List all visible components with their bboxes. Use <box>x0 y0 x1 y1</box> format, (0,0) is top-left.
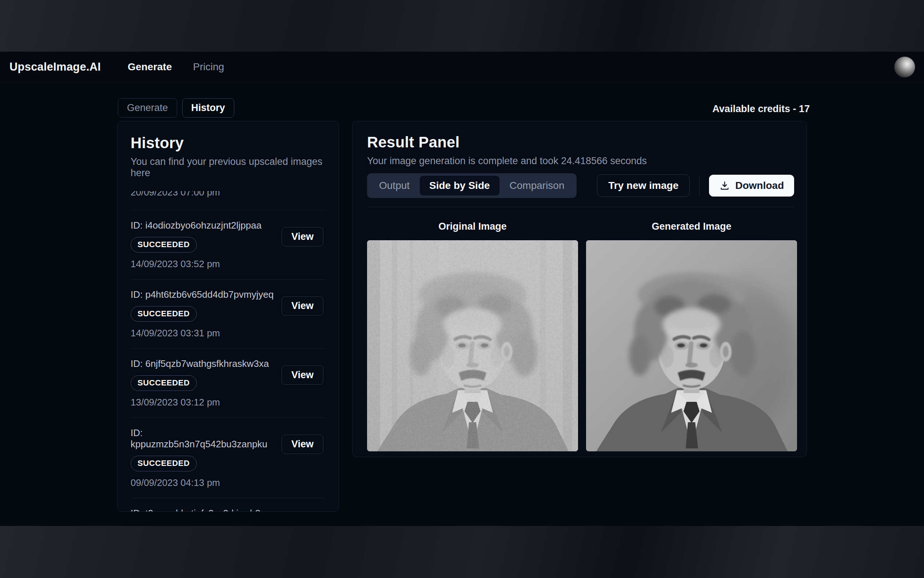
top-navbar: UpscaleImage.AI Generate Pricing <box>0 52 924 82</box>
view-tab-output[interactable]: Output <box>370 176 419 195</box>
user-avatar[interactable] <box>894 57 915 78</box>
tab-history[interactable]: History <box>182 98 234 118</box>
backdrop-gradient-top <box>0 0 924 52</box>
history-item: ID: t2meycbbztigfz2zx2rkjywb3e SUCCEEDED… <box>131 508 325 512</box>
history-item-id: ID: t2meycbbztigfz2zx2rkjywb3e <box>131 508 282 512</box>
history-item-clipped: 20/09/2023 07:00 pm <box>131 191 325 201</box>
backdrop-gradient-bottom <box>0 526 924 578</box>
status-badge: SUCCEEDED <box>131 375 197 391</box>
view-button[interactable]: View <box>282 365 324 385</box>
history-item: ID: kppuzmzb5n3n7q542bu3zanpku SUCCEEDED… <box>131 427 325 489</box>
main-content: Generate History Available credits - 17 … <box>0 82 924 526</box>
original-figure: Original Image <box>367 221 578 451</box>
list-divider <box>131 417 325 418</box>
result-panel-title: Result Panel <box>367 133 794 151</box>
nav-link-pricing[interactable]: Pricing <box>193 61 225 73</box>
side-by-side-view: Original Image Generated Image <box>367 221 794 451</box>
controls-divider <box>367 207 794 207</box>
generated-image-label: Generated Image <box>586 221 797 232</box>
history-item-date: 13/09/2023 03:12 pm <box>131 397 282 408</box>
nav-links: Generate Pricing <box>128 61 224 73</box>
view-button[interactable]: View <box>282 227 324 247</box>
actions-divider <box>699 175 699 196</box>
history-list[interactable]: 20/09/2023 07:00 pm ID: i4odiozbyo6ohzuz… <box>131 191 325 512</box>
history-item-date: 09/09/2023 04:13 pm <box>131 477 282 489</box>
download-label: Download <box>735 180 784 192</box>
history-item: ID: i4odiozbyo6ohzuzjnt2ljppaa SUCCEEDED… <box>131 220 325 270</box>
history-subtitle: You can find your previous upscaled imag… <box>131 156 325 179</box>
history-item-id: ID: i4odiozbyo6ohzuzjnt2ljppaa <box>131 220 282 231</box>
view-button[interactable]: View <box>282 296 324 316</box>
history-item-id: ID: kppuzmzb5n3n7q542bu3zanpku <box>131 427 282 450</box>
history-item-id: ID: 6njf5qzb7wathgsfkhraskw3xa <box>131 358 282 369</box>
history-item-date: 20/09/2023 07:00 pm <box>131 191 325 198</box>
tab-generate[interactable]: Generate <box>118 98 177 118</box>
view-tab-side-by-side[interactable]: Side by Side <box>420 176 500 195</box>
list-divider <box>131 279 325 279</box>
original-image-label: Original Image <box>367 221 578 232</box>
result-panel-subtitle: Your image generation is complete and to… <box>367 156 794 167</box>
try-new-image-button[interactable]: Try new image <box>597 174 690 197</box>
available-credits: Available credits - 17 <box>712 103 810 115</box>
brand-logo[interactable]: UpscaleImage.AI <box>10 60 101 73</box>
page-tabs: Generate History <box>118 98 234 118</box>
list-divider <box>131 210 325 210</box>
history-item: ID: 6njf5qzb7wathgsfkhraskw3xa SUCCEEDED… <box>131 358 325 408</box>
result-panel: Result Panel Your image generation is co… <box>352 121 807 457</box>
history-item: ID: p4ht6tzb6v65dd4db7pvmyjyeq SUCCEEDED… <box>131 289 325 339</box>
result-actions: Try new image Download <box>597 174 794 197</box>
view-mode-tabs: Output Side by Side Comparison <box>367 173 576 198</box>
status-badge: SUCCEEDED <box>131 237 197 253</box>
nav-link-generate[interactable]: Generate <box>128 61 172 73</box>
original-image <box>367 240 578 451</box>
download-button[interactable]: Download <box>709 175 794 196</box>
history-item-date: 14/09/2023 03:52 pm <box>131 258 282 270</box>
list-divider <box>131 348 325 349</box>
history-panel: History You can find your previous upsca… <box>117 121 339 512</box>
history-title: History <box>131 134 325 152</box>
view-tab-comparison[interactable]: Comparison <box>500 176 574 195</box>
generated-figure: Generated Image <box>586 221 797 451</box>
history-item-date: 14/09/2023 03:31 pm <box>131 328 282 339</box>
status-badge: SUCCEEDED <box>131 306 197 322</box>
view-button[interactable]: View <box>282 435 324 454</box>
history-item-id: ID: p4ht6tzb6v65dd4db7pvmyjyeq <box>131 289 282 300</box>
status-badge: SUCCEEDED <box>131 456 197 471</box>
generated-image <box>586 240 797 451</box>
download-icon <box>719 180 730 191</box>
result-controls: Output Side by Side Comparison Try new i… <box>367 173 794 198</box>
